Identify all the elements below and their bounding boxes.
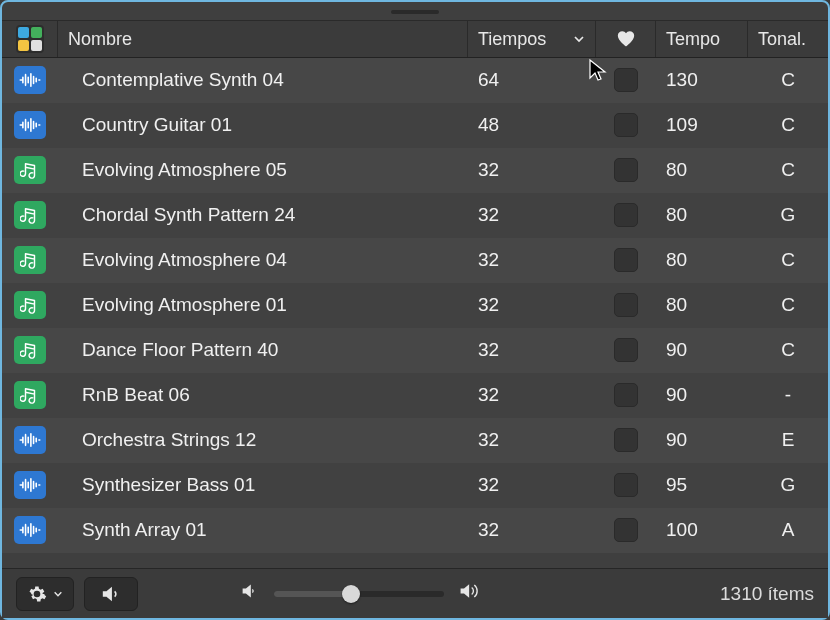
row-favorite-cell xyxy=(596,338,656,362)
settings-button[interactable] xyxy=(16,577,74,611)
favorite-checkbox[interactable] xyxy=(614,68,638,92)
row-tiempos-cell: 32 xyxy=(468,204,596,226)
row-tiempos-cell: 32 xyxy=(468,429,596,451)
row-type-cell xyxy=(2,111,58,139)
volume-slider[interactable] xyxy=(274,591,444,597)
table-row[interactable]: Chordal Synth Pattern 243280G xyxy=(2,193,828,238)
row-type-cell xyxy=(2,381,58,409)
row-tempo-cell: 90 xyxy=(656,339,748,361)
row-name-cell: Dance Floor Pattern 40 xyxy=(58,339,468,361)
table-row[interactable]: Dance Floor Pattern 403290C xyxy=(2,328,828,373)
audio-loop-icon xyxy=(14,516,46,544)
row-type-cell xyxy=(2,426,58,454)
favorite-checkbox[interactable] xyxy=(614,473,638,497)
row-favorite-cell xyxy=(596,113,656,137)
column-header-nombre-label: Nombre xyxy=(68,29,132,50)
view-mode-button[interactable] xyxy=(2,21,58,57)
row-favorite-cell xyxy=(596,383,656,407)
favorite-checkbox[interactable] xyxy=(614,338,638,362)
row-tempo-cell: 130 xyxy=(656,69,748,91)
row-type-cell xyxy=(2,66,58,94)
grid-icon xyxy=(16,25,44,53)
favorite-checkbox[interactable] xyxy=(614,518,638,542)
row-favorite-cell xyxy=(596,203,656,227)
row-tempo-cell: 90 xyxy=(656,384,748,406)
volume-group xyxy=(240,581,482,606)
row-name-cell: Evolving Atmosphere 04 xyxy=(58,249,468,271)
favorite-checkbox[interactable] xyxy=(614,158,638,182)
speaker-icon xyxy=(100,584,122,604)
table-row[interactable]: RnB Beat 063290- xyxy=(2,373,828,418)
midi-loop-icon xyxy=(14,336,46,364)
favorite-checkbox[interactable] xyxy=(614,248,638,272)
loop-browser-window: Nombre Tiempos Tempo Tonal. Contemplativ… xyxy=(0,0,830,620)
row-type-cell xyxy=(2,471,58,499)
favorite-checkbox[interactable] xyxy=(614,113,638,137)
row-tempo-cell: 80 xyxy=(656,294,748,316)
volume-low-icon xyxy=(240,582,260,605)
chevron-down-icon xyxy=(573,29,585,50)
row-tiempos-cell: 32 xyxy=(468,294,596,316)
audio-loop-icon xyxy=(14,111,46,139)
loop-table-body: Contemplative Synth 0464130CCountry Guit… xyxy=(2,58,828,568)
table-row[interactable]: Evolving Atmosphere 043280C xyxy=(2,238,828,283)
row-tiempos-cell: 48 xyxy=(468,114,596,136)
audio-loop-icon xyxy=(14,66,46,94)
table-row[interactable]: Synthesizer Bass 013295G xyxy=(2,463,828,508)
volume-slider-fill xyxy=(274,591,351,597)
row-type-cell xyxy=(2,156,58,184)
row-favorite-cell xyxy=(596,68,656,92)
favorite-checkbox[interactable] xyxy=(614,293,638,317)
row-type-cell xyxy=(2,336,58,364)
row-name-cell: Orchestra Strings 12 xyxy=(58,429,468,451)
row-tonal-cell: C xyxy=(748,294,828,316)
volume-slider-thumb[interactable] xyxy=(342,585,360,603)
drag-handle[interactable] xyxy=(391,10,439,14)
chevron-down-icon xyxy=(53,589,63,599)
table-row[interactable]: Country Guitar 0148109C xyxy=(2,103,828,148)
column-header-tonal[interactable]: Tonal. xyxy=(748,21,828,57)
row-tempo-cell: 109 xyxy=(656,114,748,136)
row-type-cell xyxy=(2,246,58,274)
column-header-tiempos[interactable]: Tiempos xyxy=(468,21,596,57)
row-name-cell: Chordal Synth Pattern 24 xyxy=(58,204,468,226)
row-favorite-cell xyxy=(596,473,656,497)
midi-loop-icon xyxy=(14,201,46,229)
row-name-cell: Evolving Atmosphere 01 xyxy=(58,294,468,316)
table-row[interactable]: Evolving Atmosphere 013280C xyxy=(2,283,828,328)
column-header-tempo[interactable]: Tempo xyxy=(656,21,748,57)
row-favorite-cell xyxy=(596,248,656,272)
row-type-cell xyxy=(2,516,58,544)
row-tiempos-cell: 32 xyxy=(468,474,596,496)
midi-loop-icon xyxy=(14,291,46,319)
midi-loop-icon xyxy=(14,381,46,409)
row-tonal-cell: - xyxy=(748,384,828,406)
row-tonal-cell: E xyxy=(748,429,828,451)
favorite-checkbox[interactable] xyxy=(614,203,638,227)
row-tempo-cell: 90 xyxy=(656,429,748,451)
row-name-cell: RnB Beat 06 xyxy=(58,384,468,406)
table-row[interactable]: Orchestra Strings 123290E xyxy=(2,418,828,463)
favorite-checkbox[interactable] xyxy=(614,428,638,452)
audio-loop-icon xyxy=(14,471,46,499)
table-row[interactable]: Contemplative Synth 0464130C xyxy=(2,58,828,103)
gear-icon xyxy=(27,584,47,604)
row-name-cell: Contemplative Synth 04 xyxy=(58,69,468,91)
row-tonal-cell: C xyxy=(748,249,828,271)
row-tempo-cell: 80 xyxy=(656,204,748,226)
row-tiempos-cell: 64 xyxy=(468,69,596,91)
table-row[interactable]: Evolving Atmosphere 053280C xyxy=(2,148,828,193)
midi-loop-icon xyxy=(14,156,46,184)
titlebar[interactable] xyxy=(2,2,828,20)
column-header-nombre[interactable]: Nombre xyxy=(58,21,468,57)
favorite-checkbox[interactable] xyxy=(614,383,638,407)
row-name-cell: Synthesizer Bass 01 xyxy=(58,474,468,496)
row-favorite-cell xyxy=(596,293,656,317)
preview-play-button[interactable] xyxy=(84,577,138,611)
row-tiempos-cell: 32 xyxy=(468,249,596,271)
row-tonal-cell: A xyxy=(748,519,828,541)
item-count-label: 1310 ítems xyxy=(720,583,814,605)
row-name-cell: Evolving Atmosphere 05 xyxy=(58,159,468,181)
column-header-favorite[interactable] xyxy=(596,21,656,57)
table-row[interactable]: Synth Array 0132100A xyxy=(2,508,828,553)
